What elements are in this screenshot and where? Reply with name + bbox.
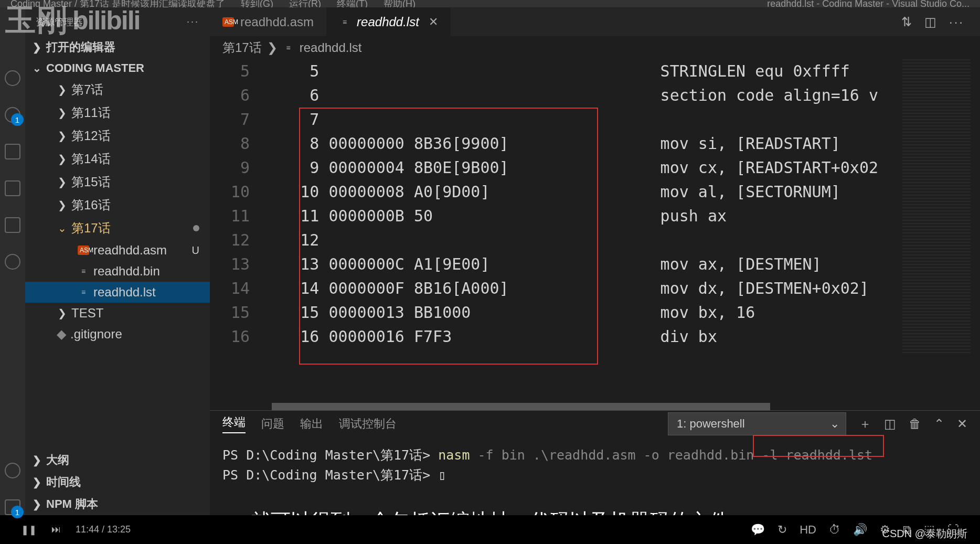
- split-terminal-icon[interactable]: ◫: [884, 417, 896, 431]
- breadcrumb[interactable]: 第17话 ❯ ≡ readhdd.lst: [210, 36, 980, 59]
- minimap[interactable]: [902, 59, 971, 353]
- tab-label: readhdd.asm: [240, 15, 314, 29]
- debug-icon[interactable]: [5, 180, 20, 196]
- editor[interactable]: 5678910111213141516 5 STRINGLEN equ 0xff…: [210, 59, 980, 410]
- compare-icon[interactable]: ⇅: [901, 15, 912, 29]
- csdn-watermark: CSDN @泰勒朗斯: [882, 527, 967, 541]
- close-terminal-icon[interactable]: ✕: [957, 417, 967, 431]
- outline-section[interactable]: ❯ 大纲: [25, 449, 210, 471]
- account-icon[interactable]: [5, 463, 20, 478]
- next-button[interactable]: ⏭: [51, 524, 61, 535]
- play-button[interactable]: ❚❚: [21, 524, 37, 536]
- remote-icon[interactable]: [5, 254, 20, 270]
- speed-icon[interactable]: ⏱: [829, 523, 840, 537]
- settings-gear-icon[interactable]: 1: [5, 499, 20, 515]
- project-name: CODING MASTER: [46, 61, 144, 75]
- outline-label: 大纲: [46, 452, 69, 468]
- file-readhdd-bin[interactable]: ≡ readhdd.bin: [25, 261, 210, 282]
- lst-file-icon: ≡: [78, 288, 89, 296]
- folder-label: 第12话: [71, 127, 111, 144]
- folder-label: 第16话: [71, 197, 111, 214]
- folder-label: 第14话: [71, 151, 111, 167]
- breadcrumb-file[interactable]: readhdd.lst: [300, 40, 362, 55]
- asm-file-icon: ASM: [78, 246, 89, 255]
- folder-item-16[interactable]: ❯ 第16话: [25, 194, 210, 217]
- folder-item-7[interactable]: ❯ 第7话: [25, 78, 210, 101]
- terminal-args: -f bin .\readhdd.asm -o readhdd.bin: [470, 447, 762, 463]
- terminal-command: nasm: [438, 447, 470, 463]
- tab-bar: ASM readhdd.asm ≡ readhdd.lst ✕ ⇅ ◫ ···: [210, 7, 980, 36]
- terminal-prompt: PS D:\Coding Master\第17话>: [222, 447, 438, 463]
- sidebar-more-icon[interactable]: ···: [187, 16, 199, 27]
- tab-label: readhdd.lst: [357, 15, 419, 29]
- extensions-icon[interactable]: [5, 217, 20, 233]
- split-editor-icon[interactable]: ◫: [924, 15, 936, 29]
- code-content[interactable]: 5 STRINGLEN equ 0xffff 6 section code al…: [262, 59, 980, 410]
- chevron-right-icon: ❯: [57, 153, 67, 165]
- terminal-selector[interactable]: 1: powershell: [668, 412, 846, 435]
- breadcrumb-folder[interactable]: 第17话: [222, 39, 262, 56]
- menu-terminal[interactable]: 终端(T): [337, 0, 368, 7]
- folder-label: 第17话: [71, 220, 111, 237]
- terminal-body[interactable]: PS D:\Coding Master\第17话> nasm -f bin .\…: [210, 437, 980, 515]
- lst-file-icon: ≡: [339, 18, 350, 26]
- menu-goto[interactable]: 转到(G): [241, 0, 273, 7]
- danmaku-toggle-icon[interactable]: 💬: [751, 523, 765, 537]
- file-gitignore[interactable]: ◆ .gitignore: [25, 324, 210, 345]
- asm-file-icon: ASM: [222, 17, 234, 27]
- quality-icon[interactable]: HD: [800, 523, 816, 537]
- folder-item-11[interactable]: ❯ 第11话: [25, 101, 210, 124]
- file-readhdd-asm[interactable]: ASM readhdd.asm U: [25, 240, 210, 261]
- file-readhdd-lst[interactable]: ≡ readhdd.lst: [25, 282, 210, 303]
- chevron-down-icon: ⌄: [31, 62, 42, 74]
- more-icon[interactable]: ···: [949, 15, 964, 29]
- folder-item-14[interactable]: ❯ 第14话: [25, 147, 210, 170]
- badge-settings: 1: [11, 506, 24, 518]
- cursor: ▯: [438, 467, 446, 483]
- tab-readhdd-asm[interactable]: ASM readhdd.asm: [210, 7, 326, 36]
- menu-help[interactable]: 帮助(H): [384, 0, 416, 7]
- project-section[interactable]: ⌄ CODING MASTER: [25, 58, 210, 78]
- watermark-site: bilibili: [72, 5, 140, 36]
- sidebar: 资源管理器 ··· ❯ 打开的编辑器 ⌄ CODING MASTER ❯ 第7话…: [25, 7, 210, 515]
- terminal-tab-problems[interactable]: 问题: [261, 416, 284, 432]
- terminal-tabs: 终端 问题 输出 调试控制台 1: powershell ＋ ◫ 🗑 ⌃ ✕: [210, 411, 980, 437]
- terminal-line-2: PS D:\Coding Master\第17话> ▯: [222, 465, 967, 485]
- terminal-tab-output[interactable]: 输出: [300, 416, 323, 432]
- loop-icon[interactable]: ↻: [777, 523, 787, 537]
- video-time: 11:44 / 13:25: [76, 524, 131, 535]
- trash-icon[interactable]: 🗑: [909, 417, 921, 431]
- search-icon[interactable]: 1: [5, 107, 20, 123]
- timeline-section[interactable]: ❯ 时间线: [25, 471, 210, 493]
- horizontal-scrollbar[interactable]: [272, 403, 770, 410]
- npm-section[interactable]: ❯ NPM 脚本: [25, 493, 210, 515]
- folder-item-12[interactable]: ❯ 第12话: [25, 124, 210, 147]
- terminal-tab-debugconsole[interactable]: 调试控制台: [339, 416, 397, 432]
- chevron-right-icon: ❯: [57, 307, 67, 319]
- expand-terminal-icon[interactable]: ⌃: [934, 417, 944, 431]
- source-control-icon[interactable]: [5, 144, 20, 159]
- close-icon[interactable]: ✕: [429, 15, 438, 29]
- explorer-icon[interactable]: [5, 70, 20, 86]
- file-label: readhdd.asm: [93, 243, 167, 258]
- new-terminal-icon[interactable]: ＋: [859, 415, 871, 432]
- video-watermark: 玉刚 bilibili: [0, 0, 145, 41]
- window-title: readhdd.lst - Coding Master - Visual Stu…: [767, 0, 970, 7]
- chevron-right-icon: ❯: [31, 454, 42, 466]
- folder-label: TEST: [71, 306, 103, 321]
- folder-item-17-active[interactable]: ⌄ 第17话: [25, 217, 210, 240]
- main-area: ASM readhdd.asm ≡ readhdd.lst ✕ ⇅ ◫ ··· …: [210, 7, 980, 515]
- chevron-right-icon: ❯: [57, 106, 67, 119]
- chevron-right-icon: ❯: [57, 130, 67, 142]
- menu-run[interactable]: 运行(R): [289, 0, 321, 7]
- open-editors-label: 打开的编辑器: [46, 39, 115, 55]
- tab-readhdd-lst[interactable]: ≡ readhdd.lst ✕: [326, 7, 451, 36]
- folder-item-test[interactable]: ❯ TEST: [25, 303, 210, 324]
- terminal-tab-terminal[interactable]: 终端: [222, 414, 246, 433]
- folder-label: 第15话: [71, 174, 111, 190]
- folder-item-15[interactable]: ❯ 第15话: [25, 170, 210, 194]
- file-label: readhdd.lst: [93, 285, 156, 300]
- volume-icon[interactable]: 🔊: [853, 523, 867, 537]
- chevron-right-icon: ❯: [31, 476, 42, 488]
- watermark-name: 玉刚: [5, 0, 68, 41]
